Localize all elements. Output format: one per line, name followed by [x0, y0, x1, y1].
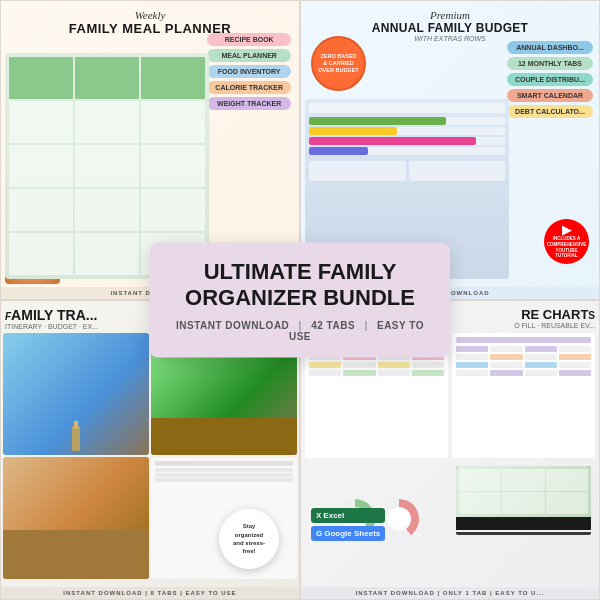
instant-download-label: INSTANT DOWNLOAD	[176, 319, 289, 330]
center-main-title: ULTIMATE FAMILYORGANIZER BUNDLE	[174, 259, 426, 312]
travel-img-eiffel	[3, 333, 149, 455]
tag-food-inventory: FOOD INVENTORY	[207, 65, 291, 78]
sheets-label: Google Sheets	[324, 529, 380, 538]
youtube-play-icon: ▶	[562, 224, 571, 236]
easy-label: EASY TO USE	[289, 319, 424, 341]
q3-footer: INSTANT DOWNLOAD | 8 TABS | EASY TO USE	[1, 587, 299, 599]
center-subtitle: INSTANT DOWNLOAD | 42 TABS | EASY TO USE	[174, 319, 426, 341]
tag-couple-distrib: COUPLE DISTRIBU...	[507, 73, 593, 86]
google-sheets-icon: G Google Sheets	[311, 526, 385, 541]
donut-inner-2	[387, 507, 411, 531]
tag-weight-tracker: WEIGHT TRACKER	[207, 97, 291, 110]
excel-icon: X Excel	[311, 508, 385, 523]
travel-img-table	[151, 457, 297, 579]
q2-zero-based-badge: ZERO BASED& CARRIEDOVER BUDGET	[311, 36, 366, 91]
tag-calorie-tracker: CALORIE TRACKER	[207, 81, 291, 94]
tag-recipe-book: RECIPE BOOK	[207, 33, 291, 46]
q2-tags: ANNUAL DASHBO... 12 MONTHLY TABS COUPLE …	[507, 41, 593, 118]
tag-meal-planner: MEAL PLANNER	[207, 49, 291, 62]
excel-icon-letter: X	[316, 511, 321, 520]
q4-chore-content: X Excel G Google Sheets	[301, 329, 599, 581]
youtube-badge: ▶ INCLUDES ACOMPREHENSIVEYOUTUBETUTORIAL	[544, 219, 589, 264]
youtube-label: INCLUDES ACOMPREHENSIVEYOUTUBETUTORIAL	[547, 236, 587, 259]
tag-12-monthly: 12 MONTHLY TABS	[507, 57, 593, 70]
q2-premium-label: Premium	[305, 9, 595, 21]
tag-debt-calc: DEBT CALCULATO...	[507, 105, 593, 118]
excel-label: Excel	[323, 511, 344, 520]
laptop-screen	[456, 466, 591, 518]
sheets-icon-letter: G	[316, 529, 322, 538]
tabs-label: 42 TABS	[311, 319, 355, 330]
laptop-base	[456, 532, 591, 535]
divider-1: |	[299, 319, 302, 330]
laptop-mock	[456, 466, 591, 531]
q1-weekly-label: Weekly	[5, 9, 295, 21]
center-overlay: ULTIMATE FAMILYORGANIZER BUNDLE INSTANT …	[150, 243, 450, 358]
travel-img-ruins	[3, 457, 149, 579]
travel-bubble: Stayorganizedand stress-free!	[219, 509, 279, 569]
chore-chart-header-2	[456, 337, 591, 343]
q4-footer: INSTANT DOWNLOAD | ONLY 1 TAB | EASY TO …	[301, 587, 599, 599]
excel-badges-area: X Excel G Google Sheets	[311, 508, 385, 541]
main-grid: Weekly FAMILY MEAL PLANNER RECIPE BOOK M…	[0, 0, 600, 600]
tag-annual-dashboard: ANNUAL DASHBO...	[507, 41, 593, 54]
laptop-area	[452, 462, 595, 578]
divider-2: |	[364, 319, 367, 330]
chore-chart-2	[452, 333, 595, 458]
tag-smart-calendar: SMART CALENDAR	[507, 89, 593, 102]
q2-title: ANNUAL FAMILY BUDGET	[305, 21, 595, 35]
q1-tags: RECIPE BOOK MEAL PLANNER FOOD INVENTORY …	[207, 33, 291, 110]
